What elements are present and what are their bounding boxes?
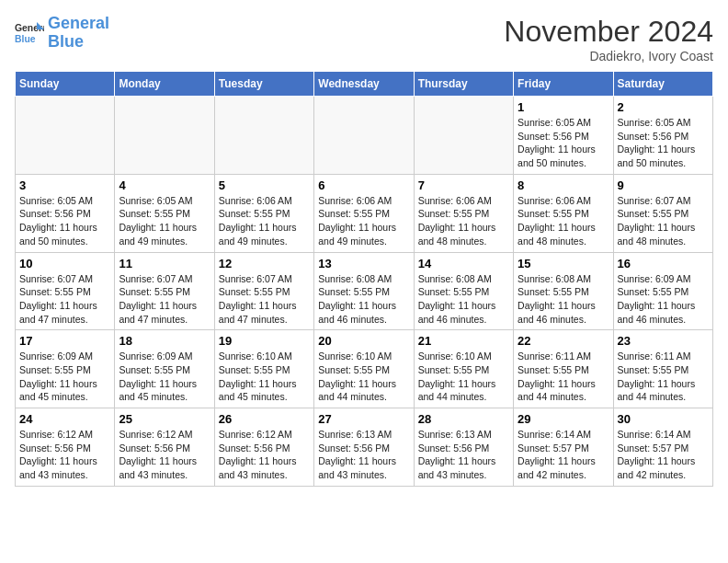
day-number: 10 xyxy=(19,257,110,270)
location: Dadiekro, Ivory Coast xyxy=(504,49,713,63)
day-number: 3 xyxy=(19,178,110,192)
calendar-cell: 29Sunrise: 6:14 AM Sunset: 5:57 PM Dayli… xyxy=(514,408,613,487)
day-number: 29 xyxy=(518,412,609,426)
day-number: 30 xyxy=(618,412,709,426)
day-number: 2 xyxy=(618,100,709,114)
day-number: 15 xyxy=(518,257,609,270)
calendar-cell: 5Sunrise: 6:06 AM Sunset: 5:55 PM Daylig… xyxy=(214,174,313,252)
calendar-cell xyxy=(314,97,414,175)
day-number: 4 xyxy=(119,178,210,192)
day-info: Sunrise: 6:06 AM Sunset: 5:55 PM Dayligh… xyxy=(518,194,609,248)
day-number: 24 xyxy=(19,412,110,426)
day-info: Sunrise: 6:06 AM Sunset: 5:55 PM Dayligh… xyxy=(219,194,310,248)
day-info: Sunrise: 6:14 AM Sunset: 5:57 PM Dayligh… xyxy=(518,428,609,482)
calendar-cell: 8Sunrise: 6:06 AM Sunset: 5:55 PM Daylig… xyxy=(514,174,613,252)
calendar-cell: 21Sunrise: 6:10 AM Sunset: 5:55 PM Dayli… xyxy=(414,330,513,408)
calendar-table: SundayMondayTuesdayWednesdayThursdayFrid… xyxy=(15,71,713,487)
day-number: 1 xyxy=(518,100,609,114)
logo-text: GeneralBlue xyxy=(48,15,109,52)
weekday-wednesday: Wednesday xyxy=(314,72,414,97)
calendar-cell: 15Sunrise: 6:08 AM Sunset: 5:55 PM Dayli… xyxy=(514,252,613,330)
calendar-cell xyxy=(115,97,214,175)
week-row-5: 24Sunrise: 6:12 AM Sunset: 5:56 PM Dayli… xyxy=(16,408,713,487)
calendar-cell: 28Sunrise: 6:13 AM Sunset: 5:56 PM Dayli… xyxy=(414,408,513,487)
calendar-cell: 1Sunrise: 6:05 AM Sunset: 5:56 PM Daylig… xyxy=(514,97,613,175)
weekday-monday: Monday xyxy=(115,72,214,97)
day-info: Sunrise: 6:05 AM Sunset: 5:56 PM Dayligh… xyxy=(518,116,609,170)
day-number: 11 xyxy=(119,257,210,270)
week-row-3: 10Sunrise: 6:07 AM Sunset: 5:55 PM Dayli… xyxy=(16,252,713,330)
calendar-cell: 25Sunrise: 6:12 AM Sunset: 5:56 PM Dayli… xyxy=(115,408,214,487)
day-number: 20 xyxy=(318,334,409,348)
calendar-cell: 3Sunrise: 6:05 AM Sunset: 5:56 PM Daylig… xyxy=(16,174,115,252)
title-block: November 2024 Dadiekro, Ivory Coast xyxy=(504,15,713,63)
day-info: Sunrise: 6:08 AM Sunset: 5:55 PM Dayligh… xyxy=(418,272,509,327)
day-number: 12 xyxy=(219,257,310,270)
day-number: 13 xyxy=(318,257,409,270)
calendar-cell: 9Sunrise: 6:07 AM Sunset: 5:55 PM Daylig… xyxy=(613,174,712,252)
week-row-4: 17Sunrise: 6:09 AM Sunset: 5:55 PM Dayli… xyxy=(16,330,713,408)
page-header: General Blue GeneralBlue November 2024 D… xyxy=(15,15,713,63)
calendar-cell: 4Sunrise: 6:05 AM Sunset: 5:55 PM Daylig… xyxy=(115,174,214,252)
day-info: Sunrise: 6:11 AM Sunset: 5:55 PM Dayligh… xyxy=(518,350,609,404)
calendar-cell: 6Sunrise: 6:06 AM Sunset: 5:55 PM Daylig… xyxy=(314,174,414,252)
day-info: Sunrise: 6:05 AM Sunset: 5:55 PM Dayligh… xyxy=(119,194,210,248)
logo: General Blue GeneralBlue xyxy=(15,15,109,52)
day-info: Sunrise: 6:08 AM Sunset: 5:55 PM Dayligh… xyxy=(318,272,409,327)
calendar-body: 1Sunrise: 6:05 AM Sunset: 5:56 PM Daylig… xyxy=(16,97,713,487)
day-number: 17 xyxy=(19,334,110,348)
weekday-tuesday: Tuesday xyxy=(214,72,313,97)
day-info: Sunrise: 6:10 AM Sunset: 5:55 PM Dayligh… xyxy=(318,350,409,404)
day-number: 6 xyxy=(318,178,409,192)
month-title: November 2024 xyxy=(504,15,713,49)
calendar-cell xyxy=(214,97,313,175)
weekday-sunday: Sunday xyxy=(16,72,115,97)
day-number: 25 xyxy=(119,412,210,426)
day-info: Sunrise: 6:05 AM Sunset: 5:56 PM Dayligh… xyxy=(19,194,110,248)
calendar-cell xyxy=(16,97,115,175)
day-number: 23 xyxy=(618,334,709,348)
day-info: Sunrise: 6:10 AM Sunset: 5:55 PM Dayligh… xyxy=(418,350,509,404)
week-row-1: 1Sunrise: 6:05 AM Sunset: 5:56 PM Daylig… xyxy=(16,97,713,175)
day-info: Sunrise: 6:13 AM Sunset: 5:56 PM Dayligh… xyxy=(418,428,509,482)
calendar-cell: 2Sunrise: 6:05 AM Sunset: 5:56 PM Daylig… xyxy=(613,97,712,175)
calendar-cell: 30Sunrise: 6:14 AM Sunset: 5:57 PM Dayli… xyxy=(613,408,712,487)
day-number: 14 xyxy=(418,257,509,270)
day-info: Sunrise: 6:10 AM Sunset: 5:55 PM Dayligh… xyxy=(219,350,310,404)
calendar-cell: 26Sunrise: 6:12 AM Sunset: 5:56 PM Dayli… xyxy=(214,408,313,487)
calendar-cell: 7Sunrise: 6:06 AM Sunset: 5:55 PM Daylig… xyxy=(414,174,513,252)
weekday-friday: Friday xyxy=(514,72,613,97)
day-number: 9 xyxy=(618,178,709,192)
calendar-cell: 19Sunrise: 6:10 AM Sunset: 5:55 PM Dayli… xyxy=(214,330,313,408)
calendar-cell: 20Sunrise: 6:10 AM Sunset: 5:55 PM Dayli… xyxy=(314,330,414,408)
weekday-saturday: Saturday xyxy=(613,72,712,97)
day-number: 19 xyxy=(219,334,310,348)
calendar-cell: 12Sunrise: 6:07 AM Sunset: 5:55 PM Dayli… xyxy=(214,252,313,330)
logo-icon: General Blue xyxy=(15,18,44,48)
day-info: Sunrise: 6:06 AM Sunset: 5:55 PM Dayligh… xyxy=(418,194,509,248)
calendar-cell xyxy=(414,97,513,175)
day-info: Sunrise: 6:07 AM Sunset: 5:55 PM Dayligh… xyxy=(219,272,310,327)
day-info: Sunrise: 6:06 AM Sunset: 5:55 PM Dayligh… xyxy=(318,194,409,248)
calendar-cell: 18Sunrise: 6:09 AM Sunset: 5:55 PM Dayli… xyxy=(115,330,214,408)
day-info: Sunrise: 6:05 AM Sunset: 5:56 PM Dayligh… xyxy=(618,116,709,170)
day-number: 16 xyxy=(618,257,709,270)
calendar-cell: 22Sunrise: 6:11 AM Sunset: 5:55 PM Dayli… xyxy=(514,330,613,408)
day-number: 22 xyxy=(518,334,609,348)
day-info: Sunrise: 6:11 AM Sunset: 5:55 PM Dayligh… xyxy=(618,350,709,404)
week-row-2: 3Sunrise: 6:05 AM Sunset: 5:56 PM Daylig… xyxy=(16,174,713,252)
day-number: 26 xyxy=(219,412,310,426)
calendar-cell: 17Sunrise: 6:09 AM Sunset: 5:55 PM Dayli… xyxy=(16,330,115,408)
day-info: Sunrise: 6:12 AM Sunset: 5:56 PM Dayligh… xyxy=(19,428,110,482)
calendar-cell: 14Sunrise: 6:08 AM Sunset: 5:55 PM Dayli… xyxy=(414,252,513,330)
calendar-cell: 16Sunrise: 6:09 AM Sunset: 5:55 PM Dayli… xyxy=(613,252,712,330)
day-info: Sunrise: 6:13 AM Sunset: 5:56 PM Dayligh… xyxy=(318,428,409,482)
day-info: Sunrise: 6:07 AM Sunset: 5:55 PM Dayligh… xyxy=(618,194,709,248)
day-info: Sunrise: 6:07 AM Sunset: 5:55 PM Dayligh… xyxy=(119,272,210,327)
calendar-cell: 13Sunrise: 6:08 AM Sunset: 5:55 PM Dayli… xyxy=(314,252,414,330)
day-number: 21 xyxy=(418,334,509,348)
day-info: Sunrise: 6:12 AM Sunset: 5:56 PM Dayligh… xyxy=(219,428,310,482)
day-info: Sunrise: 6:14 AM Sunset: 5:57 PM Dayligh… xyxy=(618,428,709,482)
calendar-cell: 10Sunrise: 6:07 AM Sunset: 5:55 PM Dayli… xyxy=(16,252,115,330)
calendar-cell: 27Sunrise: 6:13 AM Sunset: 5:56 PM Dayli… xyxy=(314,408,414,487)
